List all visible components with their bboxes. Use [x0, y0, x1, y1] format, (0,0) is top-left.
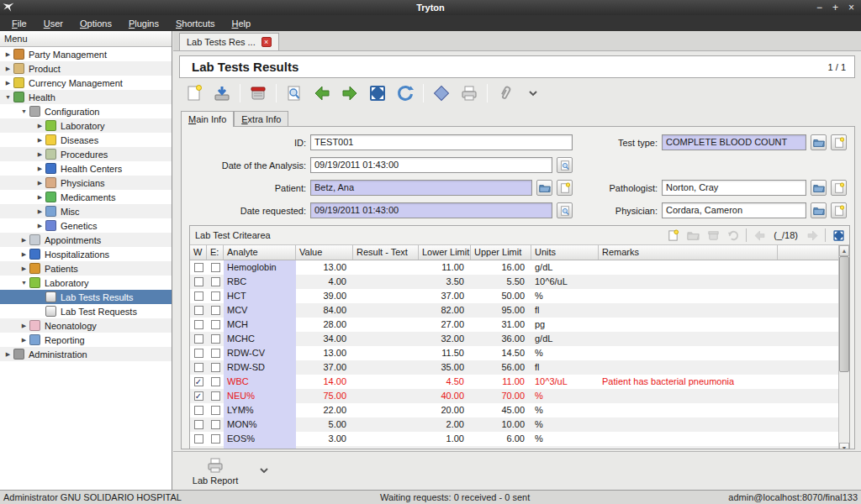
upper-limit-cell[interactable]: 70.00	[471, 389, 531, 403]
lower-limit-cell[interactable]: 27.00	[419, 318, 471, 332]
remarks-cell[interactable]	[599, 332, 778, 346]
excluded-checkbox[interactable]	[211, 334, 220, 344]
sidebar-item-product[interactable]: ▶Product	[0, 61, 172, 76]
units-cell[interactable]: %	[531, 346, 599, 360]
menu-user[interactable]: User	[35, 17, 71, 30]
remarks-cell[interactable]	[599, 346, 778, 360]
table-row[interactable]: HCT39.0037.0050.00%	[190, 289, 838, 303]
upper-limit-cell[interactable]: 5.50	[471, 275, 531, 289]
warning-checkbox[interactable]: ✓	[194, 391, 203, 401]
expand-arrow-icon[interactable]: ▶	[3, 51, 13, 58]
value-cell[interactable]: 22.00	[296, 403, 353, 417]
close-button[interactable]: ×	[848, 1, 854, 14]
minimize-button[interactable]: −	[816, 1, 822, 14]
lab-report-button[interactable]: Lab Report	[185, 456, 246, 486]
warning-checkbox[interactable]	[194, 277, 203, 286]
collapse-arrow-icon[interactable]: ▼	[3, 94, 13, 100]
result-text-cell[interactable]	[353, 346, 419, 360]
remarks-cell[interactable]	[599, 389, 778, 403]
remarks-cell[interactable]: Patient has bacterial pneumonia	[599, 375, 778, 389]
excluded-checkbox[interactable]	[211, 291, 220, 301]
table-row[interactable]: MCHC34.0032.0036.00g/dL	[190, 332, 838, 346]
table-row[interactable]: MCH28.0027.0031.00pg	[190, 318, 838, 332]
previous-row-icon[interactable]	[752, 228, 767, 243]
units-cell[interactable]: g/dL	[531, 332, 599, 346]
sidebar-item-lab-tests-results[interactable]: Lab Tests Results	[0, 290, 172, 304]
sidebar-item-health[interactable]: ▼Health	[0, 90, 172, 104]
table-row[interactable]: MCV84.0082.0095.00fl	[190, 303, 838, 318]
units-cell[interactable]: %	[531, 417, 599, 432]
sidebar-item-lab-test-requests[interactable]: Lab Test Requests	[0, 304, 172, 318]
remarks-cell[interactable]	[599, 403, 778, 417]
expand-rows-icon[interactable]	[831, 228, 846, 243]
units-cell[interactable]: %	[531, 289, 599, 303]
result-text-cell[interactable]	[353, 403, 419, 417]
analyte-cell[interactable]: HCT	[224, 289, 296, 303]
excluded-checkbox[interactable]	[211, 406, 220, 415]
tab-close-icon[interactable]: ×	[261, 37, 272, 47]
result-text-cell[interactable]	[353, 303, 419, 318]
collapse-arrow-icon[interactable]: ▼	[18, 108, 29, 114]
upper-limit-cell[interactable]: 6.00	[471, 432, 531, 446]
sidebar-item-laboratory[interactable]: ▼Laboratory	[0, 276, 172, 290]
lower-limit-cell[interactable]: 2.00	[419, 417, 471, 432]
action-icon[interactable]	[431, 83, 452, 103]
table-row[interactable]: LYM%22.0020.0045.00%	[190, 403, 838, 417]
new-document-icon[interactable]	[557, 180, 573, 196]
lower-limit-cell[interactable]: 11.50	[419, 346, 471, 360]
warning-checkbox[interactable]	[194, 320, 203, 329]
upper-limit-cell[interactable]: 45.00	[471, 403, 531, 417]
upper-limit-cell[interactable]: 11.00	[471, 375, 531, 389]
warning-checkbox[interactable]	[194, 306, 203, 315]
remarks-cell[interactable]	[599, 303, 778, 318]
expand-arrow-icon[interactable]: ▶	[34, 123, 45, 129]
lower-limit-cell[interactable]: 40.00	[419, 389, 471, 403]
next-icon[interactable]	[340, 83, 360, 103]
remarks-cell[interactable]	[599, 275, 778, 289]
column-header-upper-limit[interactable]: Upper Limit	[471, 245, 531, 260]
warning-checkbox[interactable]	[194, 406, 203, 415]
sidebar-item-procedures[interactable]: ▶Procedures	[0, 147, 172, 161]
warning-checkbox[interactable]	[194, 263, 203, 272]
sidebar-item-misc[interactable]: ▶Misc	[0, 204, 172, 218]
previous-icon[interactable]	[312, 83, 332, 103]
table-row[interactable]: EOS%3.001.006.00%	[190, 432, 838, 446]
column-header-analyte[interactable]: Analyte	[224, 245, 296, 260]
value-cell[interactable]: 0.00	[296, 446, 353, 449]
lower-limit-cell[interactable]: 82.00	[419, 303, 471, 318]
column-header-warning[interactable]: W	[190, 245, 207, 260]
table-row[interactable]: Hemoglobin13.0011.0016.00g/dL	[190, 260, 838, 275]
excluded-checkbox[interactable]	[211, 391, 220, 401]
units-cell[interactable]: g/dL	[531, 260, 599, 275]
value-cell[interactable]: 84.00	[296, 303, 353, 318]
analyte-cell[interactable]: BAS%	[224, 446, 296, 449]
upper-limit-cell[interactable]: 50.00	[471, 289, 531, 303]
table-row[interactable]: BAS%0.000.002.00%	[190, 446, 838, 449]
pathologist-field[interactable]: Norton, Cray	[662, 180, 806, 196]
sidebar-item-reporting[interactable]: ▶Reporting	[0, 333, 172, 347]
find-icon[interactable]	[284, 83, 304, 103]
delete-row-icon[interactable]	[705, 228, 721, 243]
undo-icon[interactable]	[726, 228, 741, 243]
attachment-icon[interactable]	[495, 83, 515, 103]
table-row[interactable]: ✓NEU%75.0040.0070.00%	[190, 389, 838, 403]
analyte-cell[interactable]: MCH	[224, 318, 296, 332]
id-field[interactable]: TEST001	[310, 134, 573, 150]
excluded-checkbox[interactable]	[211, 349, 220, 358]
remarks-cell[interactable]	[599, 417, 778, 432]
remarks-cell[interactable]	[599, 446, 778, 449]
sidebar-item-neonatology[interactable]: ▶Neonatology	[0, 318, 172, 333]
reload-icon[interactable]	[395, 83, 415, 103]
remarks-cell[interactable]	[599, 260, 778, 275]
warning-checkbox[interactable]	[194, 334, 203, 344]
menu-file[interactable]: File	[3, 17, 35, 30]
analyte-cell[interactable]: RDW-CV	[224, 346, 296, 360]
upper-limit-cell[interactable]: 95.00	[471, 303, 531, 318]
sidebar-item-genetics[interactable]: ▶Genetics	[0, 218, 172, 233]
units-cell[interactable]: fl	[531, 303, 599, 318]
expand-arrow-icon[interactable]: ▶	[18, 237, 29, 244]
table-row[interactable]: RDW-CV13.0011.5014.50%	[190, 346, 838, 360]
excluded-checkbox[interactable]	[211, 420, 220, 429]
analyte-cell[interactable]: MON%	[224, 417, 296, 432]
sidebar-item-physicians[interactable]: ▶Physicians	[0, 176, 172, 190]
